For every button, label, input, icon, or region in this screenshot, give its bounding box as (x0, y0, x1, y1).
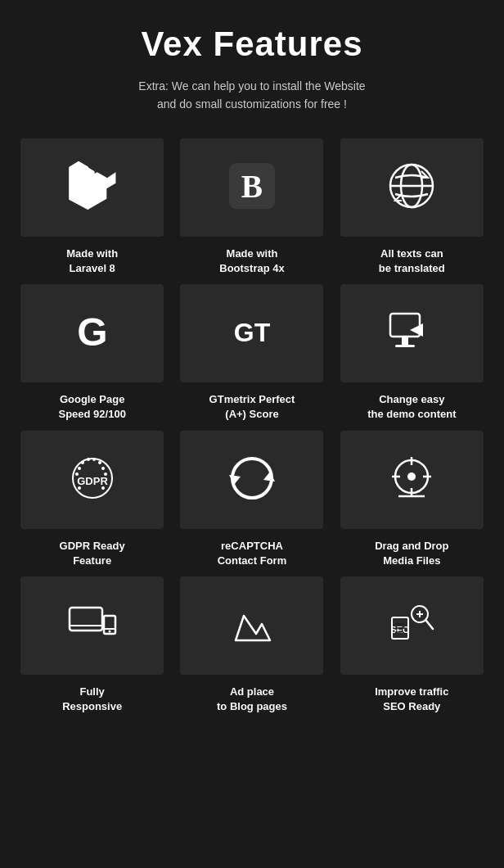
feature-label-gtmetrix: GTmetrix Perfect(A+) Score (209, 392, 295, 422)
feature-label-media: Drag and DropMedia Files (375, 539, 448, 568)
features-grid: Made withLaravel 8 B Made withBootstrap … (16, 138, 488, 715)
svg-rect-7 (390, 314, 420, 337)
google-icon: G (68, 307, 117, 359)
svg-point-21 (78, 486, 81, 490)
feature-item-bootstrap: B Made withBootstrap 4x (176, 138, 327, 276)
feature-item-seo: SEO Improve trafficSEO Ready (336, 576, 488, 714)
feature-icon-box-responsive (20, 576, 164, 675)
svg-point-22 (75, 472, 79, 476)
feature-label-laravel: Made withLaravel 8 (66, 246, 118, 276)
svg-point-26 (407, 472, 416, 481)
feature-label-seo: Improve trafficSEO Ready (375, 685, 448, 714)
page-title: Vex Features (16, 25, 488, 64)
svg-marker-8 (410, 323, 423, 337)
svg-text:SEO: SEO (391, 625, 411, 635)
feature-item-gdpr: GDPR GDPR ReadyFeature (16, 431, 168, 568)
feature-item-demo: Change easythe demo content (336, 284, 488, 422)
svg-point-14 (81, 461, 84, 464)
svg-point-13 (78, 467, 81, 470)
feature-icon-box-bootstrap: B (180, 138, 323, 237)
feature-label-translate: All texts canbe translated (379, 246, 445, 276)
svg-point-20 (101, 486, 105, 490)
translate-icon (387, 161, 436, 214)
feature-item-translate: All texts canbe translated (336, 138, 488, 276)
bootstrap-icon: B (227, 161, 277, 214)
feature-item-recaptcha: reCAPTCHAContact Form (176, 431, 327, 568)
feature-item-google: G Google PageSpeed 92/100 (16, 284, 168, 422)
svg-point-36 (108, 630, 110, 632)
svg-text:G: G (77, 310, 107, 354)
feature-label-demo: Change easythe demo content (367, 392, 456, 422)
feature-icon-box-adplace (180, 576, 323, 675)
recaptcha-icon (227, 454, 277, 506)
feature-icon-box-laravel (20, 138, 164, 237)
feature-item-adplace: Ad placeto Blog pages (176, 576, 327, 714)
feature-item-responsive: FullyResponsive (16, 576, 168, 714)
svg-point-16 (92, 458, 96, 461)
svg-point-18 (101, 467, 105, 470)
feature-icon-box-demo (340, 284, 484, 382)
svg-text:B: B (241, 169, 263, 205)
feature-icon-box-google: G (20, 284, 164, 382)
adplace-icon (227, 599, 277, 652)
gdpr-icon: GDPR (68, 454, 117, 506)
svg-rect-10 (395, 345, 415, 347)
demo-icon (387, 307, 436, 359)
feature-item-media: Drag and DropMedia Files (336, 431, 488, 568)
svg-point-15 (87, 458, 90, 461)
feature-icon-box-media (340, 431, 484, 529)
svg-point-17 (98, 461, 101, 464)
feature-label-gdpr: GDPR ReadyFeature (60, 539, 125, 568)
feature-label-recaptcha: reCAPTCHAContact Form (218, 539, 287, 568)
svg-rect-32 (70, 608, 102, 631)
feature-label-bootstrap: Made withBootstrap 4x (219, 246, 284, 276)
feature-icon-box-seo: SEO (340, 576, 484, 675)
feature-icon-box-gtmetrix: GT (180, 284, 323, 382)
gtmetrix-icon: GT (227, 307, 277, 359)
svg-point-19 (104, 472, 107, 476)
feature-icon-box-recaptcha (180, 431, 323, 529)
page-container: Vex Features Extra: We can help you to i… (0, 0, 504, 747)
seo-icon: SEO (387, 599, 436, 652)
feature-item-gtmetrix: GT GTmetrix Perfect(A+) Score (176, 284, 327, 422)
page-subtitle: Extra: We can help you to install the We… (16, 77, 488, 114)
svg-text:GDPR: GDPR (77, 475, 108, 487)
responsive-icon (68, 599, 117, 652)
feature-label-adplace: Ad placeto Blog pages (217, 685, 287, 714)
feature-icon-box-gdpr: GDPR (20, 431, 164, 529)
feature-icon-box-translate (340, 138, 484, 237)
feature-item-laravel: Made withLaravel 8 (16, 138, 168, 276)
svg-text:GT: GT (234, 318, 271, 347)
laravel-icon (68, 161, 117, 214)
feature-label-responsive: FullyResponsive (62, 685, 122, 714)
feature-label-google: Google PageSpeed 92/100 (58, 392, 125, 422)
media-icon (387, 454, 436, 506)
